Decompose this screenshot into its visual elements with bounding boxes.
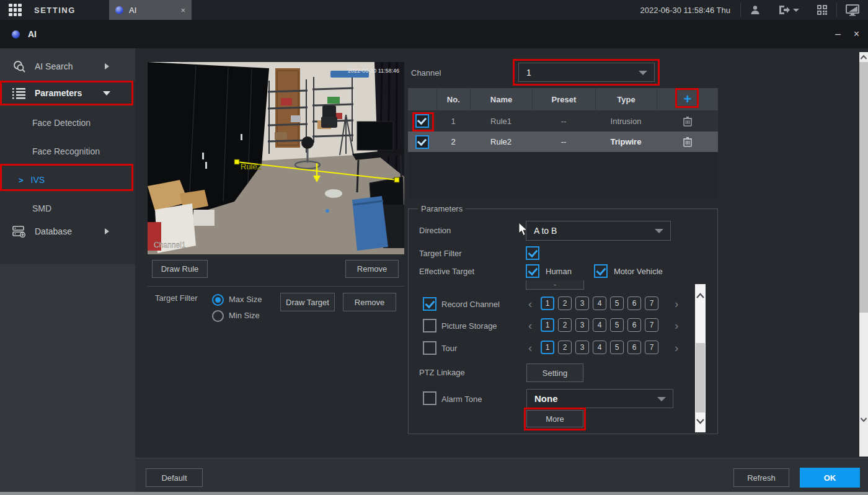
rule-row-2[interactable]: 2 Rule2 -- Tripwire	[408, 132, 718, 152]
next-channels-icon[interactable]: ›	[675, 318, 678, 333]
default-button[interactable]: Default	[146, 468, 203, 487]
next-channels-icon[interactable]: ›	[675, 297, 678, 311]
close-button[interactable]: ×	[854, 29, 859, 40]
display-output-icon[interactable]	[846, 4, 859, 16]
alarm-tone-select[interactable]: None	[526, 389, 673, 408]
window-title: AI	[28, 29, 37, 39]
channel-4-button[interactable]: 4	[593, 341, 606, 354]
remove-target-button[interactable]: Remove	[343, 293, 396, 311]
prev-channels-icon[interactable]: ‹	[528, 297, 532, 311]
tour-label: Tour	[441, 344, 457, 353]
prev-channels-icon[interactable]: ‹	[528, 318, 532, 333]
window-ai-icon	[12, 30, 20, 38]
channel-1-button[interactable]: 1	[541, 318, 554, 332]
delete-rule-icon[interactable]	[683, 136, 693, 147]
sidebar: AI Search Parameters Face Detection Face…	[0, 48, 135, 492]
rule-row-1[interactable]: 1 Rule1 -- Intrusion	[408, 110, 718, 132]
window-scrollbar[interactable]	[859, 52, 868, 457]
ai-app-icon	[115, 6, 123, 14]
picture-storage-checkbox[interactable]	[423, 319, 436, 332]
channel-5-button[interactable]: 5	[610, 318, 624, 332]
channel-7-button[interactable]: 7	[645, 318, 658, 332]
remove-rule-button[interactable]: Remove	[345, 260, 399, 278]
screen-bottom-edge	[0, 492, 868, 495]
minimize-button[interactable]: –	[835, 29, 841, 40]
tab-ai[interactable]: AI ×	[109, 0, 192, 20]
rule-row-2-checkbox[interactable]	[415, 135, 429, 149]
channel-6-button[interactable]: 6	[627, 318, 641, 332]
delete-rule-icon[interactable]	[683, 116, 693, 127]
channel-2-button[interactable]: 2	[558, 318, 572, 332]
sidebar-item-label: IVS	[31, 175, 45, 185]
channel-3-button[interactable]: 3	[575, 318, 589, 332]
tour-checkbox[interactable]	[423, 341, 436, 355]
setting-menu[interactable]: SETTING	[34, 6, 76, 15]
channel-4-button[interactable]: 4	[593, 318, 606, 332]
channel-2-button[interactable]: 2	[558, 297, 572, 310]
channel-1-button[interactable]: 1	[541, 297, 554, 310]
scroll-down-icon[interactable]	[696, 418, 705, 424]
channel-6-button[interactable]: 6	[627, 297, 641, 310]
target-filter-section-label: Target Filter	[155, 293, 198, 303]
sidebar-item-ai-search[interactable]: AI Search	[0, 52, 135, 81]
ok-button[interactable]: OK	[800, 468, 860, 488]
next-channels-icon[interactable]: ›	[675, 341, 678, 355]
channel-3-button[interactable]: 3	[575, 297, 589, 310]
apps-grid-icon[interactable]	[9, 4, 22, 17]
human-checkbox[interactable]	[526, 264, 539, 278]
sidebar-item-label: Parameters	[35, 88, 82, 98]
sidebar-item-ivs[interactable]: > IVS	[19, 166, 45, 194]
scrollbar-thumb[interactable]	[696, 343, 705, 412]
channel-6-button[interactable]: 6	[627, 341, 641, 354]
prev-channels-icon[interactable]: ‹	[528, 341, 532, 355]
channel-3-button[interactable]: 3	[575, 341, 589, 354]
camera-preview[interactable]: 2022-06-30 11:58:46 Rule2 Channel1	[148, 62, 404, 254]
channel-5-button[interactable]: 5	[610, 297, 624, 310]
dropdown-caret-icon	[657, 397, 666, 401]
logout-icon[interactable]	[778, 4, 799, 16]
channel-7-button[interactable]: 7	[645, 297, 658, 310]
draw-rule-button[interactable]: Draw Rule	[152, 260, 208, 278]
chevron-right-icon	[105, 228, 109, 234]
target-filter-label: Target Filter	[419, 249, 462, 258]
rule-name: Rule2	[470, 132, 532, 152]
ptz-setting-button[interactable]: Setting	[526, 363, 583, 382]
motor-vehicle-checkbox[interactable]	[594, 264, 608, 278]
human-label: Human	[546, 267, 572, 276]
user-icon[interactable]	[750, 4, 761, 16]
channel-2-button[interactable]: 2	[558, 341, 572, 354]
direction-select[interactable]: A to B	[526, 221, 671, 241]
draw-target-button[interactable]: Draw Target	[280, 293, 335, 311]
channel-7-button[interactable]: 7	[645, 341, 658, 354]
scroll-down-icon[interactable]	[860, 417, 867, 422]
max-size-radio[interactable]	[212, 294, 224, 306]
sidebar-item-face-recognition[interactable]: Face Recognition	[32, 137, 100, 166]
panel-scrollbar[interactable]	[695, 284, 706, 432]
taskbar-separator	[836, 3, 837, 17]
min-size-label: Min Size	[229, 311, 260, 320]
dropdown-caret-icon	[655, 229, 663, 233]
taskbar: SETTING AI × 2022-06-30 11:58:46 Thu	[0, 0, 868, 20]
channel-5-button[interactable]: 5	[610, 341, 624, 354]
scroll-up-icon[interactable]	[860, 55, 867, 60]
alarm-tone-checkbox[interactable]	[423, 391, 436, 405]
target-filter-checkbox[interactable]	[526, 246, 539, 260]
sidebar-item-face-detection[interactable]: Face Detection	[32, 109, 91, 137]
tab-close-icon[interactable]: ×	[180, 6, 185, 15]
window-titlebar: AI – ×	[0, 20, 868, 48]
channel-4-button[interactable]: 4	[593, 297, 606, 310]
qr-code-icon[interactable]	[817, 4, 828, 16]
channel-1-button[interactable]: 1	[541, 341, 554, 354]
more-button[interactable]: More	[526, 410, 583, 427]
add-rule-button[interactable]: +	[684, 93, 692, 105]
min-size-radio[interactable]	[212, 310, 224, 322]
scrollbar-thumb[interactable]	[859, 62, 868, 313]
rule-row-1-checkbox[interactable]	[415, 114, 429, 128]
scroll-up-icon[interactable]	[696, 293, 705, 299]
sidebar-item-parameters[interactable]: Parameters	[0, 81, 135, 105]
col-type: Type	[595, 88, 657, 110]
sidebar-item-database[interactable]: Database	[0, 217, 135, 246]
channel-select[interactable]: 1	[518, 63, 655, 82]
refresh-button[interactable]: Refresh	[733, 468, 789, 487]
record-channel-checkbox[interactable]	[423, 297, 436, 311]
